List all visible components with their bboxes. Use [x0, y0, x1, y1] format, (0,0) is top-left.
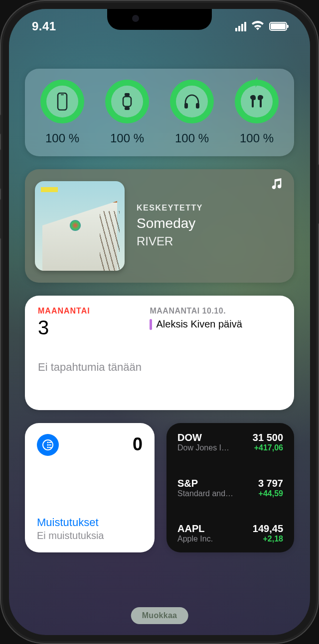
stock-price: 31 500 — [253, 432, 283, 443]
next-event-date: MAANANTAI 10.10. — [150, 307, 281, 316]
headphones-icon — [176, 86, 208, 117]
battery-percent: 100 % — [240, 131, 274, 145]
iphone-icon — [46, 86, 78, 117]
stock-symbol: AAPL — [177, 523, 213, 535]
battery-item-iphone: 100 % — [30, 80, 95, 145]
stock-change: +44,59 — [259, 489, 283, 498]
svg-rect-5 — [184, 103, 188, 108]
battery-percent: 100 % — [45, 131, 79, 145]
svg-rect-11 — [49, 442, 51, 443]
batteries-widget[interactable]: 100 % 100 % 100 % — [25, 69, 294, 156]
event-title: Aleksis Kiven päivä — [156, 319, 242, 330]
stock-row: S&P Standard and… 3 797 +44,59 — [177, 478, 283, 498]
svg-rect-3 — [125, 93, 130, 96]
wifi-icon — [251, 20, 264, 32]
music-widget[interactable]: KESKEYTETTY Someday RIVER — [25, 169, 294, 283]
volume-up-button[interactable] — [0, 149, 1, 189]
stock-name: Standard and… — [177, 489, 233, 498]
svg-rect-2 — [123, 97, 131, 107]
battery-item-airpods: 100 % — [224, 80, 289, 145]
today-view[interactable]: 100 % 100 % 100 % — [9, 9, 310, 635]
svg-rect-1 — [61, 95, 64, 96]
reminders-count: 0 — [133, 434, 143, 455]
svg-point-10 — [47, 446, 48, 448]
mute-switch[interactable] — [0, 114, 1, 134]
battery-percent: 100 % — [110, 131, 144, 145]
event-color-bar — [150, 319, 152, 330]
stocks-widget[interactable]: DOW Dow Jones I… 31 500 +417,06 S&P Stan… — [166, 423, 294, 552]
svg-point-9 — [47, 444, 48, 445]
notch — [107, 9, 212, 30]
volume-down-button[interactable] — [0, 199, 1, 239]
battery-ring-charging — [235, 80, 279, 123]
artist-name: RIVER — [137, 234, 203, 248]
edit-button[interactable]: Muokkaa — [131, 607, 188, 624]
battery-icon — [269, 22, 287, 31]
svg-point-8 — [47, 441, 48, 443]
stock-row: AAPL Apple Inc. 149,45 +2,18 — [177, 523, 283, 543]
track-title: Someday — [137, 215, 203, 231]
stock-price: 149,45 — [253, 523, 283, 535]
svg-rect-4 — [125, 107, 130, 110]
stock-change: +417,06 — [254, 443, 283, 452]
today-weekday: MAANANTAI — [38, 307, 150, 316]
battery-percent: 100 % — [175, 131, 209, 145]
reminders-widget[interactable]: 0 Muistutukset Ei muistutuksia — [25, 423, 155, 552]
svg-rect-0 — [58, 93, 67, 110]
airpods-icon — [241, 86, 273, 117]
stock-change: +2,18 — [263, 535, 283, 543]
no-events-text: Ei tapahtumia tänään — [38, 361, 281, 374]
status-time: 9.41 — [32, 19, 56, 33]
battery-ring — [105, 80, 149, 123]
screen: 9.41 100 % — [9, 9, 310, 635]
cellular-signal-icon — [235, 22, 246, 31]
today-date-number: 3 — [38, 317, 150, 339]
playback-status: KESKEYTETTY — [137, 204, 203, 213]
reminders-subtitle: Ei muistutuksia — [37, 530, 143, 541]
calendar-event: Aleksis Kiven päivä — [150, 319, 281, 330]
battery-item-headphones: 100 % — [160, 80, 224, 145]
stock-price: 3 797 — [258, 478, 283, 489]
reminders-icon — [37, 434, 59, 456]
stock-symbol: DOW — [177, 432, 229, 443]
battery-ring — [40, 80, 84, 123]
status-icons — [235, 20, 287, 32]
phone-frame: 9.41 100 % — [0, 0, 319, 644]
bottom-widget-row: 0 Muistutukset Ei muistutuksia DOW Dow J… — [25, 423, 294, 552]
svg-rect-12 — [49, 444, 51, 445]
stock-name: Dow Jones I… — [177, 443, 229, 452]
reminders-title: Muistutukset — [37, 516, 143, 529]
battery-ring — [170, 80, 214, 123]
stock-name: Apple Inc. — [177, 535, 213, 543]
battery-item-watch: 100 % — [95, 80, 160, 145]
album-art — [35, 181, 125, 271]
music-icon — [271, 178, 283, 193]
music-info: KESKEYTETTY Someday RIVER — [137, 204, 203, 248]
stock-row: DOW Dow Jones I… 31 500 +417,06 — [177, 432, 283, 452]
svg-rect-6 — [196, 103, 199, 108]
stock-symbol: S&P — [177, 478, 233, 489]
watch-icon — [111, 86, 143, 117]
calendar-widget[interactable]: MAANANTAI 3 MAANANTAI 10.10. Aleksis Kiv… — [25, 296, 294, 410]
svg-rect-13 — [49, 447, 51, 448]
